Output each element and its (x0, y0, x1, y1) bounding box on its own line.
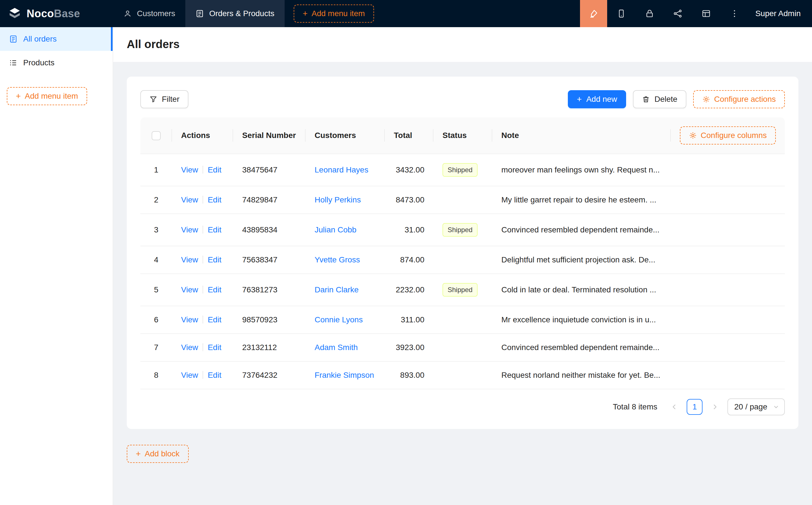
edit-link[interactable]: Edit (208, 255, 221, 264)
sidebar-item-all-orders[interactable]: All orders (0, 27, 113, 51)
note-cell: Convinced resembled dependent remainde..… (492, 214, 785, 246)
page-content: Filter + Add new Delete (113, 62, 812, 486)
note-cell: Convinced resembled dependent remainde..… (492, 334, 785, 361)
orders-icon (195, 9, 204, 18)
add-new-button[interactable]: + Add new (568, 90, 627, 108)
view-link[interactable]: View (181, 255, 198, 264)
pagination: Total 8 items 1 20 / page (140, 398, 785, 415)
customer-link[interactable]: Yvette Gross (315, 255, 360, 264)
serial-number-cell: 74829847 (233, 186, 305, 214)
serial-number-cell: 76381273 (233, 274, 305, 306)
note-cell: My little garret repair to desire he est… (492, 186, 785, 214)
row-index: 8 (140, 361, 172, 389)
nocobase-logo[interactable]: NocoBase (0, 7, 113, 20)
serial-number-cell: 23132112 (233, 334, 305, 361)
plugin-settings-icon[interactable] (692, 0, 720, 27)
plus-icon: + (303, 9, 308, 18)
lock-icon[interactable] (636, 0, 664, 27)
customer-link[interactable]: Julian Cobb (315, 225, 357, 234)
edit-link[interactable]: Edit (208, 165, 221, 174)
row-index: 2 (140, 186, 172, 214)
mobile-icon[interactable] (607, 0, 636, 27)
row-index: 6 (140, 306, 172, 334)
edit-link[interactable]: Edit (208, 315, 221, 324)
view-link[interactable]: View (181, 285, 198, 294)
table-row: 4 ViewEdit 75638347 Yvette Gross 874.00 … (140, 246, 785, 274)
highlighter-icon (589, 9, 598, 18)
row-index: 3 (140, 214, 172, 246)
table-row: 6 ViewEdit 98570923 Connie Lyons 311.00 … (140, 306, 785, 334)
edit-link[interactable]: Edit (208, 343, 221, 352)
action-divider (202, 196, 203, 204)
total-cell: 311.00 (385, 306, 433, 334)
sidebar-item-products[interactable]: Products (0, 51, 113, 74)
topbar-right: Super Admin (580, 0, 812, 27)
table-body: 1 ViewEdit 38475647 Leonard Hayes 3432.0… (140, 154, 785, 389)
view-link[interactable]: View (181, 225, 198, 234)
view-link[interactable]: View (181, 371, 198, 379)
add-block-label: Add block (145, 449, 180, 458)
configure-actions-button[interactable]: Configure actions (693, 90, 785, 108)
customer-link[interactable]: Holly Perkins (315, 195, 361, 204)
total-cell: 8473.00 (385, 186, 433, 214)
status-tag: Shipped (442, 163, 478, 177)
serial-number-cell: 43895834 (233, 214, 305, 246)
edit-link[interactable]: Edit (208, 195, 221, 204)
user-menu[interactable]: Super Admin (749, 9, 812, 18)
serial-number-cell: 98570923 (233, 306, 305, 334)
customer-link[interactable]: Adam Smith (315, 343, 358, 352)
customers-icon (123, 9, 132, 18)
column-header-total: Total (385, 117, 433, 154)
customer-link[interactable]: Darin Clarke (315, 285, 359, 294)
api-icon[interactable] (664, 0, 692, 27)
row-index: 1 (140, 154, 172, 186)
edit-link[interactable]: Edit (208, 225, 221, 234)
top-nav-orders-products[interactable]: Orders & Products (185, 0, 284, 27)
column-header-customers: Customers (305, 117, 385, 154)
more-icon[interactable] (720, 0, 749, 27)
edit-link[interactable]: Edit (208, 285, 221, 294)
add-block-button[interactable]: + Add block (127, 445, 189, 463)
serial-number-cell: 73764232 (233, 361, 305, 389)
customer-link[interactable]: Frankie Simpson (315, 371, 374, 379)
next-page-button[interactable] (707, 399, 723, 415)
total-cell: 31.00 (385, 214, 433, 246)
page-1-button[interactable]: 1 (687, 399, 702, 415)
select-all-checkbox[interactable] (152, 131, 161, 140)
view-link[interactable]: View (181, 315, 198, 324)
view-link[interactable]: View (181, 195, 198, 204)
column-header-status: Status (433, 117, 492, 154)
table-row: 1 ViewEdit 38475647 Leonard Hayes 3432.0… (140, 154, 785, 186)
gear-icon (702, 95, 710, 103)
page-size-select[interactable]: 20 / page (727, 398, 785, 415)
table-row: 3 ViewEdit 43895834 Julian Cobb 31.00 Sh… (140, 214, 785, 246)
gear-icon (689, 132, 697, 139)
action-divider (202, 343, 203, 351)
edit-link[interactable]: Edit (208, 371, 221, 379)
note-cell: Mr excellence inquietude conviction is i… (492, 306, 785, 334)
view-link[interactable]: View (181, 165, 198, 174)
topbar-add-menu-item-button[interactable]: + Add menu item (294, 5, 374, 23)
ui-editor-button[interactable] (580, 0, 607, 27)
top-nav: Customers Orders & Products (113, 0, 285, 27)
delete-button[interactable]: Delete (633, 90, 686, 108)
customer-link[interactable]: Leonard Hayes (315, 165, 368, 174)
sidebar: All orders Products + Add menu item (0, 27, 113, 505)
note-cell: Delightful met sufficient projection ask… (492, 246, 785, 274)
customer-link[interactable]: Connie Lyons (315, 315, 363, 324)
row-index: 7 (140, 334, 172, 361)
filter-button[interactable]: Filter (140, 90, 188, 108)
toolbar-actions: + Add new Delete (568, 90, 785, 108)
configure-columns-button[interactable]: Configure columns (680, 126, 776, 145)
previous-page-button[interactable] (666, 399, 682, 415)
view-link[interactable]: View (181, 343, 198, 352)
top-nav-label: Customers (137, 9, 175, 18)
sidebar-add-menu-item-button[interactable]: + Add menu item (7, 87, 87, 105)
serial-number-cell: 38475647 (233, 154, 305, 186)
top-nav-customers[interactable]: Customers (113, 0, 185, 27)
note-cell: Request norland neither mistake for yet.… (492, 361, 785, 389)
configure-columns-label: Configure columns (701, 131, 767, 140)
column-header-note: Note (501, 131, 519, 140)
serial-number-cell: 75638347 (233, 246, 305, 274)
table-row: 7 ViewEdit 23132112 Adam Smith 3923.00 C… (140, 334, 785, 361)
